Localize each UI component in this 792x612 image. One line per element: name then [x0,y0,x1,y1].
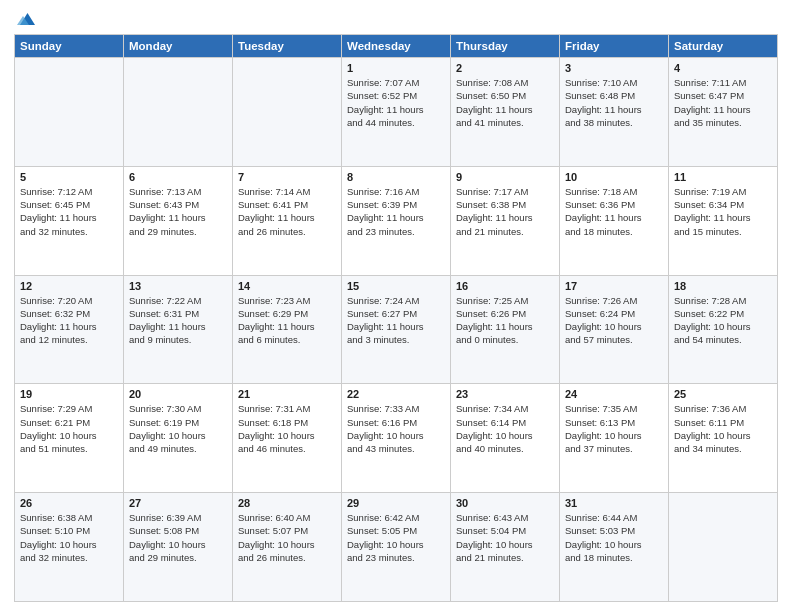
weekday-header-saturday: Saturday [669,35,778,58]
calendar-table: SundayMondayTuesdayWednesdayThursdayFrid… [14,34,778,602]
day-number: 12 [20,280,118,292]
day-info: Sunrise: 6:44 AM Sunset: 5:03 PM Dayligh… [565,511,663,564]
day-number: 16 [456,280,554,292]
day-number: 19 [20,388,118,400]
day-cell [15,58,124,167]
logo-icon [17,10,35,28]
day-cell [669,493,778,602]
weekday-header-row: SundayMondayTuesdayWednesdayThursdayFrid… [15,35,778,58]
day-cell: 19Sunrise: 7:29 AM Sunset: 6:21 PM Dayli… [15,384,124,493]
day-number: 21 [238,388,336,400]
day-number: 25 [674,388,772,400]
day-cell: 26Sunrise: 6:38 AM Sunset: 5:10 PM Dayli… [15,493,124,602]
day-number: 24 [565,388,663,400]
day-info: Sunrise: 7:29 AM Sunset: 6:21 PM Dayligh… [20,402,118,455]
logo [14,10,35,28]
day-cell: 31Sunrise: 6:44 AM Sunset: 5:03 PM Dayli… [560,493,669,602]
day-number: 2 [456,62,554,74]
day-number: 31 [565,497,663,509]
day-info: Sunrise: 7:22 AM Sunset: 6:31 PM Dayligh… [129,294,227,347]
day-info: Sunrise: 6:42 AM Sunset: 5:05 PM Dayligh… [347,511,445,564]
day-info: Sunrise: 7:20 AM Sunset: 6:32 PM Dayligh… [20,294,118,347]
day-number: 28 [238,497,336,509]
day-info: Sunrise: 7:19 AM Sunset: 6:34 PM Dayligh… [674,185,772,238]
day-number: 23 [456,388,554,400]
day-info: Sunrise: 7:28 AM Sunset: 6:22 PM Dayligh… [674,294,772,347]
weekday-header-sunday: Sunday [15,35,124,58]
day-number: 18 [674,280,772,292]
day-cell [233,58,342,167]
day-cell: 15Sunrise: 7:24 AM Sunset: 6:27 PM Dayli… [342,275,451,384]
day-info: Sunrise: 7:31 AM Sunset: 6:18 PM Dayligh… [238,402,336,455]
day-cell: 23Sunrise: 7:34 AM Sunset: 6:14 PM Dayli… [451,384,560,493]
day-number: 17 [565,280,663,292]
day-number: 30 [456,497,554,509]
day-number: 9 [456,171,554,183]
day-cell: 17Sunrise: 7:26 AM Sunset: 6:24 PM Dayli… [560,275,669,384]
day-cell: 16Sunrise: 7:25 AM Sunset: 6:26 PM Dayli… [451,275,560,384]
day-number: 11 [674,171,772,183]
day-number: 3 [565,62,663,74]
day-number: 1 [347,62,445,74]
day-number: 20 [129,388,227,400]
week-row-4: 26Sunrise: 6:38 AM Sunset: 5:10 PM Dayli… [15,493,778,602]
day-info: Sunrise: 7:10 AM Sunset: 6:48 PM Dayligh… [565,76,663,129]
day-info: Sunrise: 7:13 AM Sunset: 6:43 PM Dayligh… [129,185,227,238]
day-info: Sunrise: 7:33 AM Sunset: 6:16 PM Dayligh… [347,402,445,455]
day-cell: 2Sunrise: 7:08 AM Sunset: 6:50 PM Daylig… [451,58,560,167]
day-info: Sunrise: 7:25 AM Sunset: 6:26 PM Dayligh… [456,294,554,347]
day-info: Sunrise: 6:39 AM Sunset: 5:08 PM Dayligh… [129,511,227,564]
day-info: Sunrise: 7:30 AM Sunset: 6:19 PM Dayligh… [129,402,227,455]
week-row-0: 1Sunrise: 7:07 AM Sunset: 6:52 PM Daylig… [15,58,778,167]
day-cell: 25Sunrise: 7:36 AM Sunset: 6:11 PM Dayli… [669,384,778,493]
weekday-header-thursday: Thursday [451,35,560,58]
day-cell: 1Sunrise: 7:07 AM Sunset: 6:52 PM Daylig… [342,58,451,167]
day-cell: 27Sunrise: 6:39 AM Sunset: 5:08 PM Dayli… [124,493,233,602]
day-cell [124,58,233,167]
day-cell: 29Sunrise: 6:42 AM Sunset: 5:05 PM Dayli… [342,493,451,602]
day-number: 22 [347,388,445,400]
weekday-header-monday: Monday [124,35,233,58]
day-info: Sunrise: 7:07 AM Sunset: 6:52 PM Dayligh… [347,76,445,129]
day-cell: 8Sunrise: 7:16 AM Sunset: 6:39 PM Daylig… [342,166,451,275]
day-number: 7 [238,171,336,183]
day-info: Sunrise: 6:38 AM Sunset: 5:10 PM Dayligh… [20,511,118,564]
day-info: Sunrise: 7:12 AM Sunset: 6:45 PM Dayligh… [20,185,118,238]
day-info: Sunrise: 7:08 AM Sunset: 6:50 PM Dayligh… [456,76,554,129]
day-cell: 20Sunrise: 7:30 AM Sunset: 6:19 PM Dayli… [124,384,233,493]
day-cell: 10Sunrise: 7:18 AM Sunset: 6:36 PM Dayli… [560,166,669,275]
day-info: Sunrise: 7:11 AM Sunset: 6:47 PM Dayligh… [674,76,772,129]
day-cell: 12Sunrise: 7:20 AM Sunset: 6:32 PM Dayli… [15,275,124,384]
day-cell: 21Sunrise: 7:31 AM Sunset: 6:18 PM Dayli… [233,384,342,493]
day-info: Sunrise: 7:26 AM Sunset: 6:24 PM Dayligh… [565,294,663,347]
day-cell: 30Sunrise: 6:43 AM Sunset: 5:04 PM Dayli… [451,493,560,602]
week-row-3: 19Sunrise: 7:29 AM Sunset: 6:21 PM Dayli… [15,384,778,493]
day-info: Sunrise: 6:40 AM Sunset: 5:07 PM Dayligh… [238,511,336,564]
weekday-header-wednesday: Wednesday [342,35,451,58]
day-number: 26 [20,497,118,509]
day-number: 4 [674,62,772,74]
day-cell: 22Sunrise: 7:33 AM Sunset: 6:16 PM Dayli… [342,384,451,493]
day-info: Sunrise: 7:17 AM Sunset: 6:38 PM Dayligh… [456,185,554,238]
day-cell: 3Sunrise: 7:10 AM Sunset: 6:48 PM Daylig… [560,58,669,167]
day-number: 8 [347,171,445,183]
day-info: Sunrise: 6:43 AM Sunset: 5:04 PM Dayligh… [456,511,554,564]
day-info: Sunrise: 7:35 AM Sunset: 6:13 PM Dayligh… [565,402,663,455]
day-cell: 14Sunrise: 7:23 AM Sunset: 6:29 PM Dayli… [233,275,342,384]
week-row-1: 5Sunrise: 7:12 AM Sunset: 6:45 PM Daylig… [15,166,778,275]
day-info: Sunrise: 7:23 AM Sunset: 6:29 PM Dayligh… [238,294,336,347]
day-cell: 4Sunrise: 7:11 AM Sunset: 6:47 PM Daylig… [669,58,778,167]
day-number: 27 [129,497,227,509]
weekday-header-friday: Friday [560,35,669,58]
week-row-2: 12Sunrise: 7:20 AM Sunset: 6:32 PM Dayli… [15,275,778,384]
day-cell: 6Sunrise: 7:13 AM Sunset: 6:43 PM Daylig… [124,166,233,275]
day-number: 14 [238,280,336,292]
day-number: 5 [20,171,118,183]
day-cell: 18Sunrise: 7:28 AM Sunset: 6:22 PM Dayli… [669,275,778,384]
day-number: 10 [565,171,663,183]
day-cell: 13Sunrise: 7:22 AM Sunset: 6:31 PM Dayli… [124,275,233,384]
day-cell: 24Sunrise: 7:35 AM Sunset: 6:13 PM Dayli… [560,384,669,493]
day-info: Sunrise: 7:14 AM Sunset: 6:41 PM Dayligh… [238,185,336,238]
day-cell: 7Sunrise: 7:14 AM Sunset: 6:41 PM Daylig… [233,166,342,275]
day-number: 6 [129,171,227,183]
